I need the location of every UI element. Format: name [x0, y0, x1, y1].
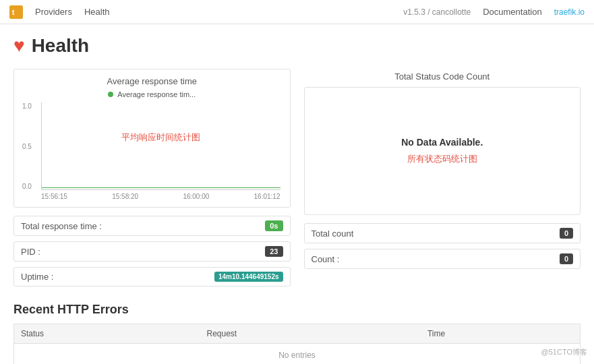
- traefik-logo-icon: t: [9, 5, 23, 19]
- no-entries-cell: No entries: [14, 344, 581, 365]
- stat-count: Count : 0: [304, 249, 581, 269]
- chart-area: 平均响应时间统计图: [41, 102, 280, 190]
- chart-x-labels: 15:56:15 15:58:20 16:00:00 16:01:12: [41, 193, 280, 200]
- nav-health[interactable]: Health: [84, 7, 110, 17]
- stat-count-value: 0: [560, 253, 573, 264]
- right-chart-title: Total Status Code Count: [304, 69, 581, 82]
- avg-response-title: Average response time: [21, 76, 283, 86]
- page-content: ♥ Health Average response time Average r…: [0, 24, 594, 364]
- svg-rect-0: [9, 5, 23, 19]
- col-status: Status: [14, 324, 200, 344]
- stat-total-count-label: Total count: [311, 229, 560, 239]
- stat-pid-label: PID :: [21, 247, 265, 257]
- chart-line: [42, 187, 280, 188]
- watermark: @51CTO博客: [541, 347, 587, 357]
- chart-legend: Average response tim...: [21, 90, 283, 98]
- errors-title: Recent HTTP Errors: [13, 303, 581, 317]
- errors-table-head: Status Request Time: [14, 324, 581, 344]
- right-column: Total Status Code Count No Data Availabl…: [304, 69, 581, 292]
- x-label-1: 15:58:20: [112, 193, 138, 200]
- x-label-3: 16:01:12: [254, 193, 280, 200]
- stat-pid: PID : 23: [13, 241, 291, 262]
- errors-table: Status Request Time No entries 实时HTTP错误列…: [13, 324, 581, 364]
- navbar-right: v1.5.3 / cancollotte Documentation traef…: [403, 7, 585, 17]
- nav-providers[interactable]: Providers: [35, 7, 72, 17]
- col-time: Time: [421, 324, 581, 344]
- chart-annotation-cn: 平均响应时间统计图: [121, 131, 200, 144]
- y-label-mid: 0.5: [22, 143, 32, 150]
- errors-header-row: Status Request Time: [14, 324, 581, 344]
- status-code-chart: No Data Available. 所有状态码统计图: [304, 87, 581, 215]
- stat-total-count-value: 0: [560, 228, 573, 239]
- navbar: t Providers Health v1.5.3 / cancollotte …: [0, 0, 594, 24]
- avg-response-chart: Average response time Average response t…: [13, 69, 291, 208]
- x-label-0: 15:56:15: [41, 193, 67, 200]
- documentation-link[interactable]: Documentation: [483, 7, 541, 17]
- left-column: Average response time Average response t…: [13, 69, 291, 292]
- chart-y-labels: 1.0 0.5 0.0: [22, 102, 32, 190]
- navbar-left: t Providers Health: [9, 5, 110, 19]
- no-data-label: No Data Available.: [401, 137, 483, 148]
- chart-wrapper: 1.0 0.5 0.0 平均响应时间统计图: [41, 102, 280, 190]
- errors-table-body: No entries 实时HTTP错误列表: [14, 344, 581, 365]
- site-link[interactable]: traefik.io: [554, 7, 585, 17]
- stat-uptime-label: Uptime :: [21, 272, 214, 282]
- table-row: No entries: [14, 344, 581, 365]
- charts-row: Average response time Average response t…: [13, 69, 581, 292]
- stat-total-response-label: Total response time :: [21, 221, 265, 231]
- y-label-bot: 0.0: [22, 183, 32, 190]
- x-label-2: 16:00:00: [183, 193, 209, 200]
- stat-pid-value: 23: [265, 246, 283, 257]
- errors-section: Recent HTTP Errors Status Request Time N…: [13, 303, 581, 364]
- legend-label: Average response tim...: [117, 90, 196, 98]
- legend-dot-icon: [108, 92, 113, 97]
- page-title-section: ♥ Health: [13, 35, 581, 57]
- heart-icon: ♥: [13, 35, 25, 57]
- y-label-top: 1.0: [22, 102, 32, 110]
- stat-total-response: Total response time : 0s: [13, 216, 291, 236]
- svg-text:t: t: [12, 8, 15, 16]
- stat-uptime: Uptime : 14m10.144649152s: [13, 267, 291, 286]
- stat-count-label: Count :: [311, 254, 560, 264]
- stat-total-response-value: 0s: [265, 220, 283, 231]
- page-title: Health: [32, 35, 90, 57]
- status-annotation-cn: 所有状态码统计图: [407, 153, 477, 165]
- version-label: v1.5.3 / cancollotte: [403, 7, 471, 17]
- stat-total-count: Total count 0: [304, 223, 581, 243]
- col-request: Request: [200, 324, 420, 344]
- stat-uptime-value: 14m10.144649152s: [214, 272, 283, 282]
